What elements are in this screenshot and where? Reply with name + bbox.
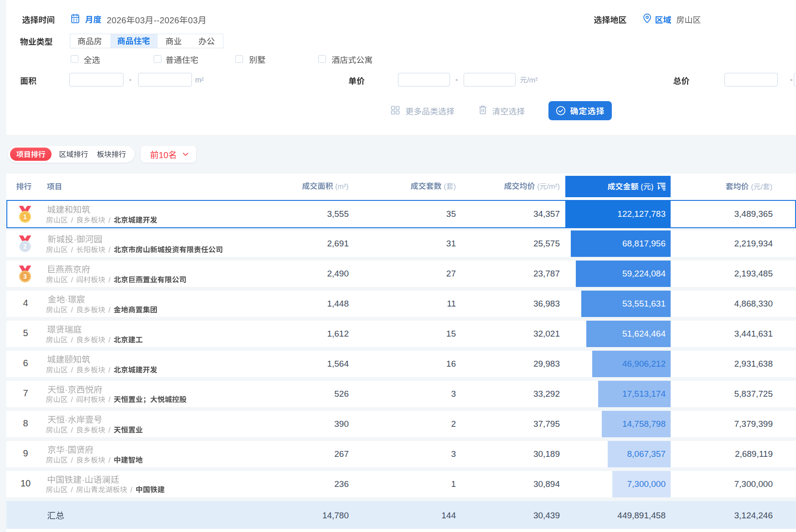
svg-text:3: 3 (23, 273, 27, 280)
svg-text:2: 2 (23, 243, 27, 250)
